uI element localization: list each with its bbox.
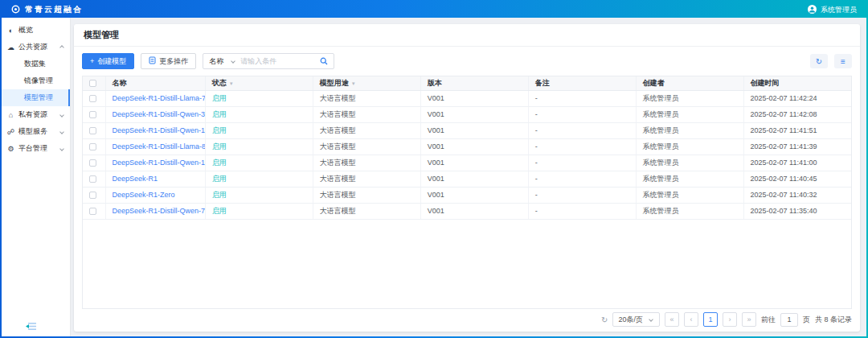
left-icon: ‹	[690, 315, 692, 324]
total-records-label: 共 8 条记录	[815, 315, 852, 325]
header-name: 名称	[105, 76, 205, 90]
sidebar-item-overview[interactable]: ◐ 概览	[2, 22, 70, 39]
prev-page-button[interactable]: ‹	[684, 312, 698, 327]
header-created-at: 创建时间	[743, 76, 851, 90]
row-checkbox[interactable]	[89, 111, 96, 118]
sidebar-item-model-management[interactable]: 模型管理	[2, 89, 70, 106]
table-row: DeepSeek-R1-Distill-Qwen-14B 启用 大语言模型 V0…	[83, 122, 851, 138]
sidebar: ◐ 概览 ☁ 公共资源 数据集 镜像管理 模型管理 ⌂ 私有资源	[2, 18, 71, 336]
sidebar-item-image-management[interactable]: 镜像管理	[2, 72, 70, 89]
model-name-link[interactable]: DeepSeek-R1-Distill-Qwen-1.5B	[113, 159, 206, 167]
header-version: 版本	[420, 76, 528, 90]
density-icon: ≡	[841, 57, 845, 66]
row-checkbox[interactable]	[89, 192, 96, 199]
model-name-link[interactable]: DeepSeek-R1-Distill-Qwen-14B	[113, 126, 206, 134]
page-size-select[interactable]: 20条/页	[612, 312, 660, 327]
sidebar-item-public-resources[interactable]: ☁ 公共资源	[2, 39, 70, 56]
clipboard-icon	[149, 56, 156, 66]
row-checkbox[interactable]	[89, 143, 96, 150]
refresh-icon: ↻	[816, 57, 822, 66]
header-remark: 备注	[528, 76, 636, 90]
header-status: 状态▼	[205, 76, 313, 90]
table-row: DeepSeek-R1-Distill-Llama-8B 启用 大语言模型 V0…	[83, 138, 851, 155]
page-number-button[interactable]: 1	[703, 312, 718, 327]
select-all-checkbox[interactable]	[89, 80, 96, 87]
avatar-icon	[808, 5, 817, 15]
brand-name: 常青云超融合	[25, 4, 83, 15]
content-panel: 模型管理 + 创建模型 更多操作 名称	[74, 24, 860, 332]
row-checkbox[interactable]	[89, 208, 96, 215]
plus-icon: +	[90, 57, 94, 65]
model-name-link[interactable]: DeepSeek-R1-Distill-Llama-8B	[113, 142, 206, 150]
model-name-link[interactable]: DeepSeek-R1	[113, 175, 158, 183]
pagination-bar: ↻ 20条/页 « ‹ 1 › » 前往 页 共 8 条记录	[82, 309, 852, 332]
row-checkbox[interactable]	[89, 127, 96, 134]
right-icon: ›	[728, 315, 731, 324]
table-row: DeepSeek-R1-Distill-Llama-70B 启用 大语言模型 V…	[83, 90, 851, 106]
sidebar-item-platform-management[interactable]: ⚙ 平台管理	[2, 140, 70, 157]
header-usage: 模型用途▼	[313, 76, 420, 90]
sidebar-collapse-icon[interactable]	[26, 322, 36, 332]
public-resources-icon: ☁	[6, 43, 15, 52]
page-unit-label: 页	[803, 315, 810, 325]
model-name-link[interactable]: DeepSeek-R1-Distill-Qwen-32B	[113, 110, 206, 118]
status-badge: 启用	[205, 122, 313, 138]
refresh-button[interactable]: ↻	[810, 54, 828, 68]
model-name-link[interactable]: DeepSeek-R1-Distill-Qwen-7B	[113, 207, 206, 215]
platform-management-icon: ⚙	[6, 145, 15, 153]
user-name: 系统管理员	[821, 5, 857, 15]
search-group: 名称	[203, 53, 334, 69]
row-checkbox[interactable]	[89, 159, 96, 167]
status-badge: 启用	[205, 138, 313, 155]
chevron-up-icon	[59, 45, 64, 50]
chevron-down-icon	[649, 317, 653, 322]
first-page-button[interactable]: «	[665, 312, 679, 327]
search-input[interactable]	[240, 57, 314, 65]
page-title: 模型管理	[74, 24, 860, 47]
table-row: DeepSeek-R1 启用 大语言模型 V001 - 系统管理员 2025-0…	[83, 171, 851, 187]
chevron-down-icon	[59, 130, 64, 134]
search-field-select[interactable]: 名称	[203, 56, 240, 67]
column-settings-button[interactable]: ≡	[834, 54, 852, 68]
model-table-wrapper: 名称 状态▼ 模型用途▼ 版本 备注 创建者 创建时间 DeepSee	[82, 76, 852, 309]
model-name-link[interactable]: DeepSeek-R1-Zero	[113, 191, 175, 199]
toolbar: + 创建模型 更多操作 名称	[82, 47, 852, 76]
logo-icon	[11, 2, 20, 17]
last-page-button[interactable]: »	[742, 312, 756, 327]
next-page-button[interactable]: ›	[723, 312, 737, 327]
status-badge: 启用	[205, 106, 313, 122]
sidebar-item-private-resources[interactable]: ⌂ 私有资源	[2, 106, 70, 123]
double-left-icon: «	[669, 315, 674, 324]
chevron-down-icon	[59, 146, 64, 151]
create-model-button[interactable]: + 创建模型	[82, 53, 134, 69]
sidebar-item-datasets[interactable]: 数据集	[2, 56, 70, 72]
pagination-refresh-icon[interactable]: ↻	[601, 315, 608, 324]
top-bar: 常青云超融合 系统管理员	[2, 2, 866, 18]
model-services-icon: ☍	[6, 128, 15, 136]
overview-icon: ◐	[6, 27, 15, 35]
filter-funnel-icon[interactable]: ▼	[229, 81, 234, 86]
row-checkbox[interactable]	[89, 175, 96, 183]
status-badge: 启用	[205, 187, 313, 203]
chevron-down-icon	[231, 59, 235, 64]
filter-funnel-icon[interactable]: ▼	[351, 81, 356, 86]
user-menu[interactable]: 系统管理员	[808, 5, 857, 15]
status-badge: 启用	[205, 203, 313, 219]
private-resources-icon: ⌂	[6, 111, 15, 119]
double-right-icon: »	[747, 315, 751, 324]
goto-page-input[interactable]	[780, 313, 798, 327]
chevron-down-icon	[59, 113, 64, 117]
more-actions-button[interactable]: 更多操作	[141, 53, 196, 69]
header-creator: 创建者	[636, 76, 743, 90]
row-checkbox[interactable]	[89, 95, 96, 102]
brand-logo: 常青云超融合	[11, 2, 83, 17]
sidebar-item-model-services[interactable]: ☍ 模型服务	[2, 123, 70, 140]
model-name-link[interactable]: DeepSeek-R1-Distill-Llama-70B	[113, 94, 206, 102]
search-icon[interactable]	[314, 57, 334, 65]
table-row: DeepSeek-R1-Distill-Qwen-32B 启用 大语言模型 V0…	[83, 106, 851, 122]
table-header-row: 名称 状态▼ 模型用途▼ 版本 备注 创建者 创建时间	[83, 76, 851, 90]
table-row: DeepSeek-R1-Distill-Qwen-1.5B 启用 大语言模型 V…	[83, 155, 851, 171]
status-badge: 启用	[205, 90, 313, 106]
app-window: 常青云超融合 系统管理员 ◐ 概览 ☁ 公共资源 数据集 镜像管理	[0, 0, 868, 338]
status-badge: 启用	[205, 171, 313, 187]
